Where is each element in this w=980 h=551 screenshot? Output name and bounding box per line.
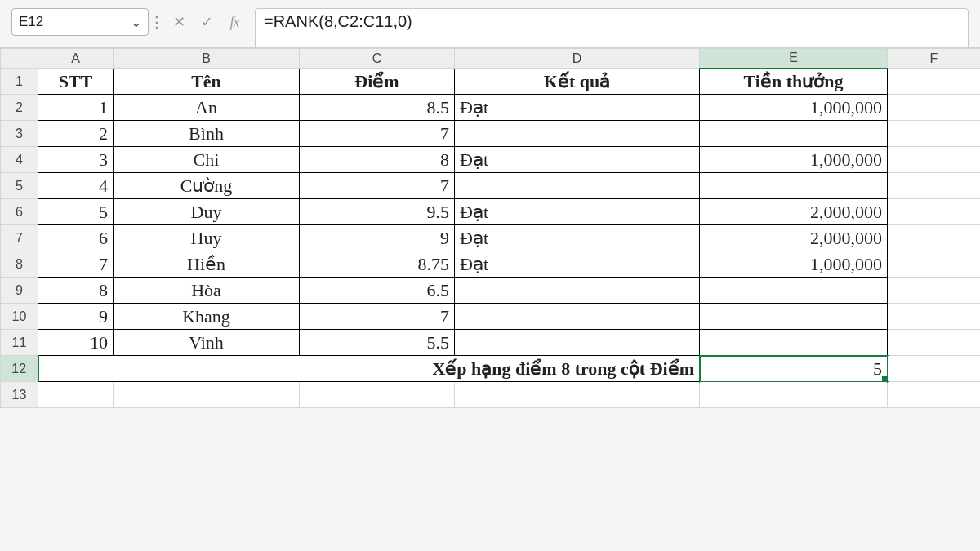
cell-stt[interactable]: 9 xyxy=(38,304,114,330)
fx-icon[interactable]: fx xyxy=(224,11,245,33)
cell-ten[interactable]: Hiền xyxy=(114,251,300,278)
cell-stt[interactable]: 8 xyxy=(38,278,114,304)
row-header[interactable]: 4 xyxy=(1,147,38,173)
cell-ten[interactable]: Huy xyxy=(114,225,300,251)
cell[interactable] xyxy=(700,382,888,408)
col-header-A[interactable]: A xyxy=(38,49,114,69)
cell-kq[interactable] xyxy=(455,278,700,304)
cell[interactable] xyxy=(300,382,455,408)
cell-tt[interactable]: 2,000,000 xyxy=(700,199,888,225)
row-header[interactable]: 13 xyxy=(1,382,38,408)
cell-tt[interactable] xyxy=(700,304,888,330)
cell-kq[interactable]: Đạt xyxy=(455,147,700,173)
cell-tt[interactable] xyxy=(700,173,888,199)
cell-diem[interactable]: 5.5 xyxy=(300,330,455,356)
cell-ten[interactable]: Chi xyxy=(114,147,300,173)
cell[interactable] xyxy=(455,382,700,408)
col-header-D[interactable]: D xyxy=(455,49,700,69)
cell[interactable] xyxy=(888,199,981,225)
cell-ten[interactable]: Khang xyxy=(114,304,300,330)
cell[interactable] xyxy=(888,225,981,251)
cell-kq[interactable]: Đạt xyxy=(455,251,700,278)
cell-ten[interactable]: An xyxy=(114,95,300,121)
accept-icon[interactable]: ✓ xyxy=(196,11,217,33)
row-header[interactable]: 6 xyxy=(1,199,38,225)
cell[interactable] xyxy=(888,69,981,95)
row-header[interactable]: 5 xyxy=(1,173,38,199)
cell-tt[interactable] xyxy=(700,278,888,304)
cell-diem[interactable]: 9 xyxy=(300,225,455,251)
cell-kq[interactable] xyxy=(455,304,700,330)
row-header[interactable]: 1 xyxy=(1,69,38,95)
cell[interactable] xyxy=(888,382,981,408)
cell-diem[interactable]: 7 xyxy=(300,173,455,199)
header-ten[interactable]: Tên xyxy=(114,69,300,95)
col-header-E[interactable]: E xyxy=(700,49,888,69)
header-diem[interactable]: Điểm xyxy=(300,69,455,95)
cell-diem[interactable]: 6.5 xyxy=(300,278,455,304)
cell-stt[interactable]: 1 xyxy=(38,95,114,121)
cell-kq[interactable]: Đạt xyxy=(455,95,700,121)
cell-stt[interactable]: 7 xyxy=(38,251,114,278)
cell-ten[interactable]: Duy xyxy=(114,199,300,225)
header-tt[interactable]: Tiền thưởng xyxy=(700,69,888,95)
chevron-down-icon[interactable]: ⌄ xyxy=(131,15,141,30)
cell-kq[interactable]: Đạt xyxy=(455,225,700,251)
cell-tt[interactable] xyxy=(700,121,888,147)
spreadsheet-grid[interactable]: A B C D E F 1 STT Tên Điểm Kết quả Tiền … xyxy=(0,47,980,408)
row-header[interactable]: 9 xyxy=(1,278,38,304)
cell[interactable] xyxy=(114,382,300,408)
cell-ten[interactable]: Vinh xyxy=(114,330,300,356)
cell-diem[interactable]: 8 xyxy=(300,147,455,173)
header-kq[interactable]: Kết quả xyxy=(455,69,700,95)
row-header[interactable]: 3 xyxy=(1,121,38,147)
cell-diem[interactable]: 8.5 xyxy=(300,95,455,121)
row-header[interactable]: 8 xyxy=(1,251,38,278)
name-box[interactable]: E12 ⌄ xyxy=(11,8,149,36)
cell[interactable] xyxy=(888,251,981,278)
cell-diem[interactable]: 7 xyxy=(300,121,455,147)
row-header[interactable]: 11 xyxy=(1,330,38,356)
cell[interactable] xyxy=(888,95,981,121)
row-header[interactable]: 7 xyxy=(1,225,38,251)
cell-ten[interactable]: Hòa xyxy=(114,278,300,304)
selected-cell-E12[interactable]: 5 xyxy=(700,356,888,382)
cancel-icon[interactable]: ✕ xyxy=(168,11,189,33)
cell-tt[interactable]: 1,000,000 xyxy=(700,147,888,173)
cell-kq[interactable]: Đạt xyxy=(455,199,700,225)
cell-stt[interactable]: 2 xyxy=(38,121,114,147)
footer-label[interactable]: Xếp hạng điểm 8 trong cột Điểm xyxy=(38,356,700,382)
cell-diem[interactable]: 9.5 xyxy=(300,199,455,225)
cell[interactable] xyxy=(888,121,981,147)
cell-stt[interactable]: 10 xyxy=(38,330,114,356)
cell-ten[interactable]: Bình xyxy=(114,121,300,147)
cell-stt[interactable]: 5 xyxy=(38,199,114,225)
cell[interactable] xyxy=(888,147,981,173)
cell-stt[interactable]: 3 xyxy=(38,147,114,173)
cell-stt[interactable]: 6 xyxy=(38,225,114,251)
cell-diem[interactable]: 8.75 xyxy=(300,251,455,278)
cell[interactable] xyxy=(888,356,981,382)
row-header[interactable]: 12 xyxy=(1,356,38,382)
cell[interactable] xyxy=(888,173,981,199)
cell[interactable] xyxy=(888,330,981,356)
cell-tt[interactable]: 2,000,000 xyxy=(700,225,888,251)
cell-stt[interactable]: 4 xyxy=(38,173,114,199)
row-header[interactable]: 10 xyxy=(1,304,38,330)
cell-tt[interactable]: 1,000,000 xyxy=(700,95,888,121)
col-header-F[interactable]: F xyxy=(888,49,981,69)
cell-tt[interactable] xyxy=(700,330,888,356)
select-all-corner[interactable] xyxy=(1,49,38,69)
col-header-C[interactable]: C xyxy=(300,49,455,69)
cell-kq[interactable] xyxy=(455,173,700,199)
cell[interactable] xyxy=(38,382,114,408)
cell-tt[interactable]: 1,000,000 xyxy=(700,251,888,278)
header-stt[interactable]: STT xyxy=(38,69,114,95)
cell-diem[interactable]: 7 xyxy=(300,304,455,330)
cell[interactable] xyxy=(888,304,981,330)
cell-ten[interactable]: Cường xyxy=(114,173,300,199)
cell-kq[interactable] xyxy=(455,330,700,356)
row-header[interactable]: 2 xyxy=(1,95,38,121)
cell-kq[interactable] xyxy=(455,121,700,147)
col-header-B[interactable]: B xyxy=(114,49,300,69)
